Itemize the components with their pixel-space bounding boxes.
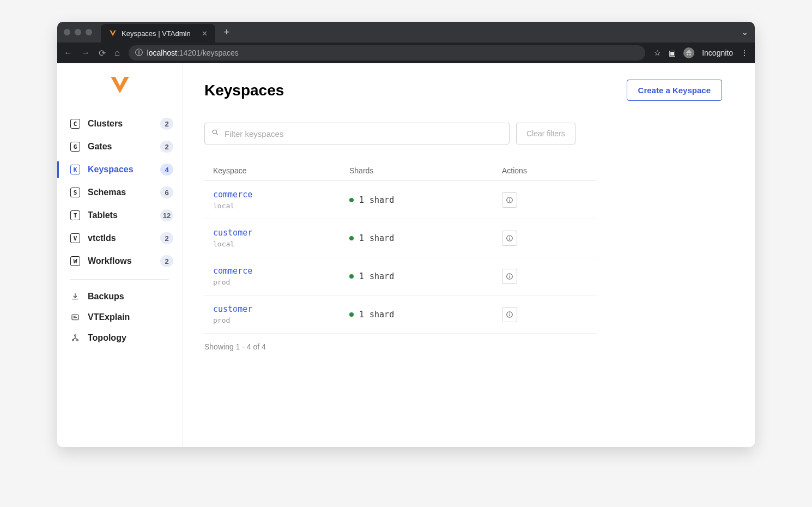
- svg-line-5: [216, 134, 218, 135]
- new-tab-button[interactable]: +: [224, 27, 230, 38]
- nav-label: Gates: [88, 142, 153, 152]
- incognito-icon: [683, 47, 694, 58]
- clear-filters-button[interactable]: Clear filters: [516, 123, 575, 144]
- main-panel: Keyspaces Create a Keyspace Clear filter…: [183, 63, 755, 447]
- menu-icon[interactable]: ⋮: [741, 49, 748, 57]
- table-row: customerprod1shard: [204, 295, 597, 334]
- sidebar-item-gates[interactable]: GGates2: [57, 135, 182, 158]
- app-content: CClusters2GGates2KKeyspaces4SSchemas6TTa…: [57, 63, 755, 447]
- maximize-dot[interactable]: [86, 29, 92, 35]
- status-dot-green: [349, 236, 354, 240]
- nav-key-icon: T: [70, 210, 80, 220]
- sidebar-item-topology[interactable]: Topology: [57, 328, 182, 348]
- sidebar-item-keyspaces[interactable]: KKeyspaces4: [57, 158, 182, 181]
- address-bar[interactable]: ⓘ localhost:14201/keyspaces: [129, 45, 646, 61]
- vitess-logo[interactable]: [57, 74, 182, 96]
- table-row: customerlocal1shard: [204, 219, 597, 257]
- header-actions: Actions: [502, 166, 588, 175]
- sidebar-item-workflows[interactable]: WWorkflows2: [57, 250, 182, 273]
- shard-label: shard: [369, 310, 394, 319]
- keyspace-cluster: prod: [213, 316, 349, 324]
- nav-count-badge: 2: [160, 118, 173, 130]
- info-action-button[interactable]: [502, 269, 517, 284]
- url-host: localhost: [147, 49, 177, 57]
- filter-input[interactable]: [225, 129, 502, 138]
- info-action-button[interactable]: [502, 231, 517, 246]
- sidebar-item-tablets[interactable]: TTablets12: [57, 204, 182, 227]
- nav-count-badge: 2: [160, 232, 173, 244]
- sidebar-item-schemas[interactable]: SSchemas6: [57, 181, 182, 204]
- shard-label: shard: [369, 233, 394, 243]
- site-info-icon[interactable]: ⓘ: [135, 48, 143, 58]
- minimize-dot[interactable]: [75, 29, 81, 35]
- table-header-row: Keyspace Shards Actions: [204, 161, 597, 181]
- svg-point-17: [510, 313, 510, 313]
- nav-label: Keyspaces: [88, 165, 153, 174]
- sidebar-item-vtexplain[interactable]: VTExplain: [57, 307, 182, 328]
- header-keyspace: Keyspace: [213, 166, 349, 175]
- nav-label: Topology: [88, 333, 173, 343]
- nav-key-icon: K: [70, 165, 80, 174]
- svg-point-1: [75, 335, 76, 336]
- shard-cell: 1shard: [349, 271, 502, 281]
- home-button[interactable]: ⌂: [114, 48, 120, 58]
- back-button[interactable]: ←: [64, 48, 72, 58]
- svg-point-14: [510, 275, 510, 275]
- close-dot[interactable]: [64, 29, 70, 35]
- filter-row: Clear filters: [204, 123, 722, 144]
- topology-icon: [70, 333, 80, 343]
- sidebar-item-vtctlds[interactable]: Vvtctlds2: [57, 227, 182, 250]
- sidebar-item-clusters[interactable]: CClusters2: [57, 112, 182, 135]
- chevron-down-icon[interactable]: ⌄: [742, 28, 748, 37]
- header-shards: Shards: [349, 166, 502, 175]
- shard-count: 1: [359, 195, 364, 205]
- shard-cell: 1shard: [349, 195, 502, 205]
- status-dot-green: [349, 274, 354, 279]
- bookmark-icon[interactable]: ☆: [654, 49, 661, 57]
- filter-input-wrapper[interactable]: [204, 123, 510, 144]
- keyspace-cluster: local: [213, 240, 349, 248]
- keyspace-link[interactable]: commerce: [213, 190, 349, 200]
- nav-label: VTExplain: [88, 312, 173, 322]
- shard-label: shard: [369, 271, 394, 281]
- nav-label: Tablets: [88, 210, 153, 220]
- info-action-button[interactable]: [502, 307, 517, 322]
- sidebar: CClusters2GGates2KKeyspaces4SSchemas6TTa…: [57, 63, 183, 447]
- pagination-text: Showing 1 - 4 of 4: [204, 342, 722, 351]
- explain-icon: [70, 312, 80, 322]
- create-keyspace-button[interactable]: Create a Keyspace: [627, 80, 722, 101]
- browser-urlbar: ← → ⟳ ⌂ ⓘ localhost:14201/keyspaces ☆ ▣ …: [57, 43, 755, 63]
- keyspace-link[interactable]: commerce: [213, 266, 349, 276]
- nav-count-badge: 2: [160, 141, 173, 153]
- status-dot-green: [349, 198, 354, 202]
- page-header: Keyspaces Create a Keyspace: [204, 80, 722, 101]
- nav-key-icon: C: [70, 119, 80, 129]
- info-action-button[interactable]: [502, 192, 517, 208]
- keyspace-cluster: prod: [213, 278, 349, 286]
- sidebar-item-backups[interactable]: Backups: [57, 286, 182, 307]
- forward-button[interactable]: →: [81, 48, 90, 58]
- svg-point-11: [510, 237, 510, 237]
- shard-label: shard: [369, 195, 394, 205]
- nav-count-badge: 4: [160, 164, 173, 176]
- keyspace-link[interactable]: customer: [213, 228, 349, 238]
- browser-tab[interactable]: Keyspaces | VTAdmin ✕: [101, 24, 215, 43]
- reload-button[interactable]: ⟳: [99, 48, 106, 58]
- nav-key-icon: S: [70, 188, 80, 197]
- nav-label: Workflows: [88, 256, 153, 266]
- svg-point-8: [510, 198, 510, 199]
- favicon-vitess-icon: [108, 29, 117, 38]
- svg-point-3: [77, 340, 78, 341]
- close-tab-icon[interactable]: ✕: [202, 29, 208, 38]
- shard-count: 1: [359, 310, 364, 319]
- nav-key-icon: G: [70, 142, 80, 152]
- devices-icon[interactable]: ▣: [669, 49, 676, 57]
- nav-count-badge: 12: [160, 209, 173, 221]
- tab-title: Keyspaces | VTAdmin: [122, 29, 191, 38]
- nav-label: Schemas: [88, 188, 153, 197]
- nav-count-badge: 6: [160, 186, 173, 198]
- incognito-label: Incognito: [702, 49, 733, 57]
- keyspaces-table: Keyspace Shards Actions commercelocal1sh…: [204, 161, 597, 334]
- shard-cell: 1shard: [349, 233, 502, 243]
- keyspace-link[interactable]: customer: [213, 304, 349, 314]
